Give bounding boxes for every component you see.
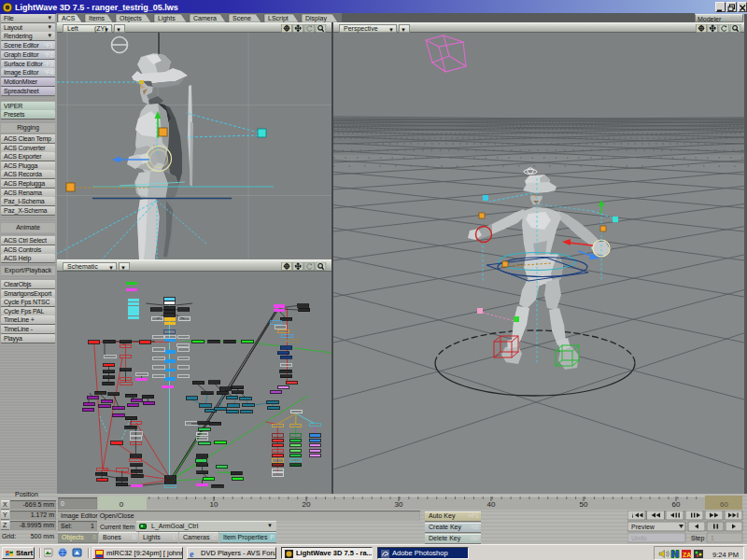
svg-text:Scene: Scene — [233, 15, 251, 21]
svg-text:60: 60 — [720, 500, 728, 509]
svg-text:Lights: Lights — [158, 15, 176, 22]
svg-text:e: e — [190, 549, 194, 559]
svg-text:Step: Step — [691, 535, 705, 542]
svg-text:30: 30 — [395, 500, 403, 509]
svg-text:60: 60 — [672, 500, 681, 509]
svg-text:Display: Display — [305, 15, 327, 22]
svg-text:LScript: LScript — [268, 15, 289, 22]
svg-text:0: 0 — [120, 500, 124, 509]
svg-text:1: 1 — [711, 535, 714, 541]
svg-text:Items: Items — [89, 15, 106, 21]
svg-text:20: 20 — [303, 500, 311, 509]
svg-text:10: 10 — [210, 500, 218, 509]
svg-text:40: 40 — [487, 500, 496, 509]
svg-text:Undo: Undo — [631, 535, 647, 541]
svg-text:ACS: ACS — [62, 15, 76, 21]
svg-text:50: 50 — [580, 500, 588, 509]
svg-text:Camera: Camera — [193, 15, 217, 21]
svg-text:ZA: ZA — [683, 552, 691, 558]
svg-text:Preview: Preview — [631, 524, 655, 530]
svg-text:Objects: Objects — [120, 15, 142, 22]
